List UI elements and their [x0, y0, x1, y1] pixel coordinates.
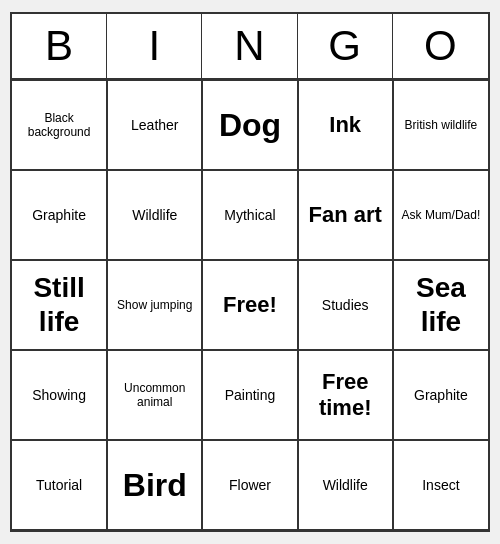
cell-text: Dog: [219, 106, 281, 144]
cell-text: Show jumping: [117, 298, 192, 312]
cell-text: Ask Mum/Dad!: [402, 208, 481, 222]
bingo-cell: Free!: [202, 260, 297, 350]
bingo-cell: Mythical: [202, 170, 297, 260]
cell-text: Insect: [422, 477, 459, 494]
bingo-cell: Graphite: [393, 350, 488, 440]
bingo-letter: I: [107, 14, 202, 78]
bingo-cell: Black background: [12, 80, 107, 170]
bingo-cell: Free time!: [298, 350, 393, 440]
bingo-cell: Ask Mum/Dad!: [393, 170, 488, 260]
bingo-grid: Black backgroundLeatherDogInkBritish wil…: [12, 80, 488, 530]
bingo-cell: Sea life: [393, 260, 488, 350]
bingo-cell: Ink: [298, 80, 393, 170]
cell-text: Tutorial: [36, 477, 82, 494]
bingo-card: BINGO Black backgroundLeatherDogInkBriti…: [10, 12, 490, 532]
bingo-header: BINGO: [12, 14, 488, 80]
bingo-cell: British wildlife: [393, 80, 488, 170]
cell-text: Free time!: [305, 369, 386, 422]
cell-text: Fan art: [309, 202, 382, 228]
bingo-cell: Graphite: [12, 170, 107, 260]
cell-text: Painting: [225, 387, 276, 404]
bingo-letter: B: [12, 14, 107, 78]
bingo-letter: N: [202, 14, 297, 78]
bingo-cell: Wildlife: [107, 170, 202, 260]
bingo-cell: Still life: [12, 260, 107, 350]
bingo-cell: Dog: [202, 80, 297, 170]
cell-text: Black background: [18, 111, 100, 140]
cell-text: Flower: [229, 477, 271, 494]
cell-text: Uncommon animal: [114, 381, 195, 410]
cell-text: Ink: [329, 112, 361, 138]
cell-text: Mythical: [224, 207, 275, 224]
bingo-cell: Tutorial: [12, 440, 107, 530]
cell-text: Leather: [131, 117, 178, 134]
cell-text: Wildlife: [323, 477, 368, 494]
cell-text: Showing: [32, 387, 86, 404]
cell-text: British wildlife: [405, 118, 478, 132]
cell-text: Graphite: [414, 387, 468, 404]
bingo-cell: Show jumping: [107, 260, 202, 350]
cell-text: Wildlife: [132, 207, 177, 224]
cell-text: Studies: [322, 297, 369, 314]
bingo-cell: Bird: [107, 440, 202, 530]
cell-text: Free!: [223, 292, 277, 318]
cell-text: Graphite: [32, 207, 86, 224]
bingo-cell: Wildlife: [298, 440, 393, 530]
bingo-cell: Leather: [107, 80, 202, 170]
cell-text: Sea life: [400, 271, 482, 338]
bingo-cell: Fan art: [298, 170, 393, 260]
bingo-cell: Showing: [12, 350, 107, 440]
bingo-cell: Painting: [202, 350, 297, 440]
bingo-cell: Insect: [393, 440, 488, 530]
cell-text: Bird: [123, 466, 187, 504]
bingo-letter: O: [393, 14, 488, 78]
bingo-cell: Studies: [298, 260, 393, 350]
cell-text: Still life: [18, 271, 100, 338]
bingo-cell: Flower: [202, 440, 297, 530]
bingo-letter: G: [298, 14, 393, 78]
bingo-cell: Uncommon animal: [107, 350, 202, 440]
